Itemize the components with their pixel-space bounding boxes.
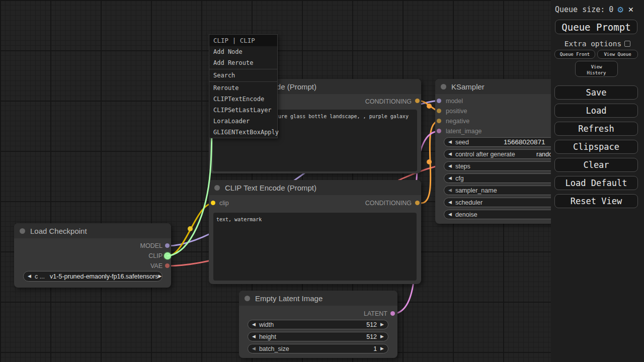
extra-options-row: Extra options [551, 40, 644, 48]
widget-value: 15668020871 [504, 138, 545, 146]
node-empty-latent-image[interactable]: Empty Latent Image LATENT ◀ width 512 ▶ … [239, 291, 397, 358]
menu-separator [209, 81, 277, 82]
widget-value: 512 [366, 321, 377, 328]
comfyui-app: Load Checkpoint MODEL CLIP VAE ◀ c ... v… [0, 0, 644, 362]
context-menu: CLIP | CLIP Add Node Add Reroute Search … [209, 34, 278, 138]
widget-label: height [259, 333, 276, 340]
widget-height[interactable]: ◀ height 512 ▶ [248, 332, 388, 341]
arrow-left-icon[interactable]: ◀ [28, 274, 31, 279]
node-clip-text-encode-negative[interactable]: CLIP Text Encode (Prompt) clip CONDITION… [209, 180, 421, 284]
node-status-dot [441, 84, 446, 89]
arrow-left-icon[interactable]: ◀ [448, 212, 452, 217]
output-dot-clip[interactable] [164, 252, 171, 259]
output-label-conditioning: CONDITIONING [341, 200, 412, 207]
node-status-dot [20, 228, 25, 234]
node-title: KSampler [451, 82, 485, 91]
widget-label: width [259, 321, 274, 328]
arrow-left-icon[interactable]: ◀ [252, 346, 256, 351]
output-label-conditioning: CONDITIONING [341, 98, 412, 105]
menu-item-reroute[interactable]: Reroute [209, 82, 277, 94]
node-title-bar[interactable]: Empty Latent Image [239, 291, 397, 306]
output-dot-vae[interactable] [165, 263, 170, 268]
context-menu-title: CLIP | CLIP [209, 35, 277, 46]
widget-width[interactable]: ◀ width 512 ▶ [248, 320, 388, 329]
load-button[interactable]: Load [554, 104, 638, 118]
menu-item-search[interactable]: Search [209, 70, 277, 81]
input-dot-model[interactable] [437, 99, 441, 103]
arrow-right-icon[interactable]: ▶ [158, 274, 162, 279]
extra-options-label: Extra options [565, 40, 622, 48]
input-label-negative: negative [446, 118, 469, 125]
view-history-line2: History [576, 70, 617, 76]
input-label-positive: positive [446, 108, 467, 115]
widget-label: cfg [455, 175, 464, 182]
arrow-left-icon[interactable]: ◀ [252, 334, 256, 339]
prompt-textarea[interactable]: text, watermark [213, 213, 417, 281]
load-default-button[interactable]: Load Default [554, 176, 638, 190]
arrow-right-icon[interactable]: ▶ [380, 322, 384, 327]
widget-label: c ... [35, 273, 45, 280]
output-label-latent: LATENT [337, 310, 387, 317]
arrow-left-icon[interactable]: ◀ [252, 322, 256, 327]
node-status-dot [245, 296, 250, 301]
output-label-clip: CLIP [112, 252, 163, 259]
menu-item-gligentextboxapply[interactable]: GLIGENTextBoxApply [209, 127, 277, 138]
arrow-left-icon[interactable]: ◀ [448, 164, 452, 168]
widget-value: 1 [373, 345, 377, 352]
output-label-model: MODEL [112, 242, 163, 249]
input-dot-negative[interactable] [437, 119, 441, 123]
queue-size-value: 0 [609, 5, 613, 14]
menu-item-add-reroute[interactable]: Add Reroute [209, 57, 277, 68]
input-dot-positive[interactable] [437, 109, 441, 113]
widget-label: sampler_name [455, 187, 497, 194]
node-title-bar[interactable]: CLIP Text Encode (Prompt) [209, 180, 421, 195]
output-dot-conditioning[interactable] [415, 201, 420, 205]
output-label-vae: VAE [112, 262, 163, 269]
arrow-left-icon[interactable]: ◀ [448, 188, 452, 193]
close-icon[interactable]: ✕ [628, 5, 633, 14]
node-load-checkpoint[interactable]: Load Checkpoint MODEL CLIP VAE ◀ c ... v… [14, 223, 171, 288]
save-button[interactable]: Save [554, 85, 638, 100]
prompt-text: text, watermark [216, 217, 262, 222]
widget-label: scheduler [455, 199, 482, 206]
queue-sidebar: Queue size: 0 ⚙ ✕ Queue Prompt Extra opt… [551, 0, 644, 362]
view-queue-button[interactable]: View Queue [597, 50, 638, 59]
clipspace-button[interactable]: Clipspace [554, 140, 638, 154]
input-label-model: model [446, 98, 463, 105]
node-title-bar[interactable]: Load Checkpoint [14, 223, 171, 238]
queue-size-label: Queue size: [555, 5, 605, 14]
menu-item-add-node[interactable]: Add Node [209, 46, 277, 57]
arrow-left-icon[interactable]: ◀ [448, 152, 452, 156]
view-history-button[interactable]: View History [575, 61, 618, 77]
arrow-left-icon[interactable]: ◀ [448, 176, 452, 180]
settings-gear-icon[interactable]: ⚙ [617, 5, 623, 14]
arrow-left-icon[interactable]: ◀ [448, 200, 452, 205]
arrow-right-icon[interactable]: ▶ [380, 334, 384, 339]
menu-item-cliptextencode[interactable]: CLIPTextEncode [209, 94, 277, 105]
clear-button[interactable]: Clear [554, 158, 638, 172]
input-label-clip: clip [219, 200, 229, 207]
refresh-button[interactable]: Refresh [554, 122, 638, 136]
arrow-left-icon[interactable]: ◀ [448, 140, 452, 144]
widget-label: steps [455, 163, 470, 170]
input-dot-latent-image[interactable] [437, 129, 441, 133]
arrow-right-icon[interactable]: ▶ [380, 346, 384, 351]
widget-ckpt-name[interactable]: ◀ c ... v1-5-pruned-emaonly-fp16.safeten… [23, 271, 163, 282]
menu-item-clipsetlastlayer[interactable]: CLIPSetLastLayer [209, 105, 277, 116]
widget-batch-size[interactable]: ◀ batch_size 1 ▶ [248, 344, 388, 353]
input-dot-clip[interactable] [211, 201, 215, 205]
reset-view-button[interactable]: Reset View [554, 194, 638, 208]
widget-label: batch_size [259, 345, 289, 352]
menu-item-loraloader[interactable]: LoraLoader [209, 116, 277, 127]
node-title: Empty Latent Image [255, 294, 323, 303]
widget-label: seed [455, 139, 469, 146]
widget-value: v1-5-pruned-emaonly-fp16.safetensors [50, 273, 158, 280]
extra-options-checkbox[interactable] [624, 41, 630, 47]
output-dot-conditioning[interactable] [415, 99, 420, 103]
output-dot-model[interactable] [165, 243, 170, 248]
widget-label: control after generate [455, 151, 515, 158]
queue-prompt-button[interactable]: Queue Prompt [555, 20, 637, 34]
queue-front-button[interactable]: Queue Front [554, 50, 595, 59]
output-dot-latent[interactable] [390, 311, 395, 316]
node-status-dot [214, 185, 220, 191]
